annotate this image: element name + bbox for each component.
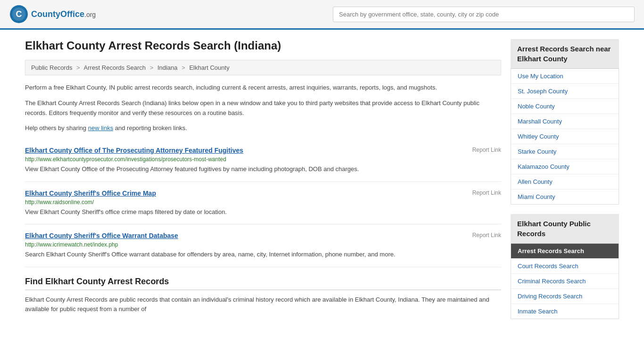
result-desc-1: View Elkhart County Sheriff's office cri… bbox=[25, 207, 501, 217]
nearby-link-5[interactable]: Starke County bbox=[518, 148, 612, 155]
breadcrumb-sep-1: > bbox=[76, 64, 80, 71]
nearby-link-8[interactable]: Miami County bbox=[518, 193, 612, 200]
report-link-0[interactable]: Report Link bbox=[472, 147, 501, 153]
result-item: Elkhart County Sheriff's Office Crime Ma… bbox=[25, 182, 501, 225]
public-records-item[interactable]: Court Records Search bbox=[511, 259, 619, 274]
nearby-item[interactable]: Noble County bbox=[511, 99, 619, 114]
nearby-section: Arrest Records Search near Elkhart Count… bbox=[511, 39, 619, 205]
breadcrumb-sep-3: > bbox=[182, 64, 185, 71]
public-records-item[interactable]: Driving Records Search bbox=[511, 289, 619, 304]
result-url-1: http://www.raidsonline.com/ bbox=[25, 199, 501, 206]
report-link-1[interactable]: Report Link bbox=[472, 189, 501, 196]
result-title: Elkhart County Office of The Prosecuting… bbox=[25, 147, 243, 154]
result-header: Elkhart County Sheriff's Office Warrant … bbox=[25, 232, 501, 239]
page-title: Elkhart County Arrest Records Search (In… bbox=[25, 39, 501, 52]
nearby-item[interactable]: Use My Location bbox=[511, 69, 619, 84]
nearby-link-4[interactable]: Whitley County bbox=[518, 133, 612, 140]
description-3: Help others by sharing new links and rep… bbox=[25, 123, 501, 133]
pr-link-1[interactable]: Court Records Search bbox=[518, 263, 612, 270]
nearby-link-2[interactable]: Noble County bbox=[518, 103, 612, 110]
main-container: Elkhart County Arrest Records Search (In… bbox=[16, 30, 628, 338]
logo-area[interactable]: C CountyOffice.org bbox=[9, 5, 96, 24]
nearby-link-6[interactable]: Kalamazoo County bbox=[518, 163, 612, 170]
result-link-2[interactable]: Elkhart County Sheriff's Office Warrant … bbox=[25, 232, 178, 239]
nearby-item[interactable]: St. Joseph County bbox=[511, 84, 619, 99]
desc3-prefix: Help others by sharing bbox=[25, 124, 88, 132]
svg-text:C: C bbox=[16, 9, 22, 19]
find-section-desc: Elkhart County Arrest Records are public… bbox=[25, 295, 501, 315]
result-link-1[interactable]: Elkhart County Sheriff's Office Crime Ma… bbox=[25, 189, 156, 197]
result-header: Elkhart County Office of The Prosecuting… bbox=[25, 147, 501, 154]
nearby-link-7[interactable]: Allen County bbox=[518, 178, 612, 185]
nearby-item[interactable]: Whitley County bbox=[511, 129, 619, 144]
nearby-link-0[interactable]: Use My Location bbox=[518, 73, 612, 80]
nearby-list: Use My LocationSt. Joseph CountyNoble Co… bbox=[511, 69, 619, 205]
public-records-item[interactable]: Arrest Records Search bbox=[511, 244, 619, 259]
nearby-link-3[interactable]: Marshall County bbox=[518, 118, 612, 125]
result-item: Elkhart County Office of The Prosecuting… bbox=[25, 139, 501, 182]
pr-link-0[interactable]: Arrest Records Search bbox=[518, 247, 612, 255]
public-records-item[interactable]: Criminal Records Search bbox=[511, 274, 619, 289]
logo-text: CountyOffice.org bbox=[31, 9, 96, 19]
report-link-2[interactable]: Report Link bbox=[472, 232, 501, 239]
results-list: Elkhart County Office of The Prosecuting… bbox=[25, 139, 501, 267]
logo-icon: C bbox=[9, 5, 28, 24]
result-title: Elkhart County Sheriff's Office Warrant … bbox=[25, 232, 178, 239]
nearby-link-1[interactable]: St. Joseph County bbox=[518, 88, 612, 95]
public-records-heading: Elkhart County Public Records bbox=[511, 214, 619, 244]
header: C CountyOffice.org bbox=[0, 0, 644, 30]
nearby-item[interactable]: Miami County bbox=[511, 189, 619, 204]
result-url-0: http://www.elkhartcountyprosecutor.com/i… bbox=[25, 156, 501, 163]
result-desc-2: Search Elkhart County Sheriff's Office w… bbox=[25, 250, 501, 259]
nearby-item[interactable]: Allen County bbox=[511, 174, 619, 189]
description-1: Perform a free Elkhart County, IN public… bbox=[25, 83, 501, 93]
nearby-item[interactable]: Kalamazoo County bbox=[511, 159, 619, 174]
description-2: The Elkhart County Arrest Records Search… bbox=[25, 99, 501, 118]
result-header: Elkhart County Sheriff's Office Crime Ma… bbox=[25, 189, 501, 197]
nearby-heading: Arrest Records Search near Elkhart Count… bbox=[511, 39, 619, 69]
new-links-link[interactable]: new links bbox=[88, 124, 113, 132]
result-url-2: http://www.icrimewatch.net/index.php bbox=[25, 241, 501, 248]
nearby-item[interactable]: Starke County bbox=[511, 144, 619, 159]
breadcrumb-indiana[interactable]: Indiana bbox=[157, 64, 178, 71]
result-item: Elkhart County Sheriff's Office Warrant … bbox=[25, 224, 501, 267]
breadcrumb-arrest-records[interactable]: Arrest Records Search bbox=[84, 64, 146, 71]
pr-link-3[interactable]: Driving Records Search bbox=[518, 293, 612, 300]
public-records-item[interactable]: Inmate Search bbox=[511, 304, 619, 319]
result-link-0[interactable]: Elkhart County Office of The Prosecuting… bbox=[25, 147, 243, 154]
breadcrumb-sep-2: > bbox=[150, 64, 154, 71]
nearby-item[interactable]: Marshall County bbox=[511, 114, 619, 129]
pr-link-4[interactable]: Inmate Search bbox=[518, 308, 612, 315]
search-bar bbox=[333, 7, 635, 22]
public-records-section: Elkhart County Public Records Arrest Rec… bbox=[511, 214, 619, 319]
breadcrumb-public-records[interactable]: Public Records bbox=[31, 64, 72, 71]
pr-link-2[interactable]: Criminal Records Search bbox=[518, 278, 612, 285]
sidebar: Arrest Records Search near Elkhart Count… bbox=[511, 39, 619, 329]
find-section-heading: Find Elkhart County Arrest Records bbox=[25, 277, 501, 290]
result-desc-0: View Elkhart County Office of the Prosec… bbox=[25, 165, 501, 174]
breadcrumb-current: Elkhart County bbox=[189, 64, 229, 71]
search-input[interactable] bbox=[333, 7, 635, 22]
desc3-suffix: and reporting broken links. bbox=[113, 124, 187, 132]
breadcrumb: Public Records > Arrest Records Search >… bbox=[25, 60, 501, 75]
public-records-list: Arrest Records SearchCourt Records Searc… bbox=[511, 244, 619, 319]
result-title: Elkhart County Sheriff's Office Crime Ma… bbox=[25, 189, 156, 197]
content-area: Elkhart County Arrest Records Search (In… bbox=[25, 39, 501, 329]
